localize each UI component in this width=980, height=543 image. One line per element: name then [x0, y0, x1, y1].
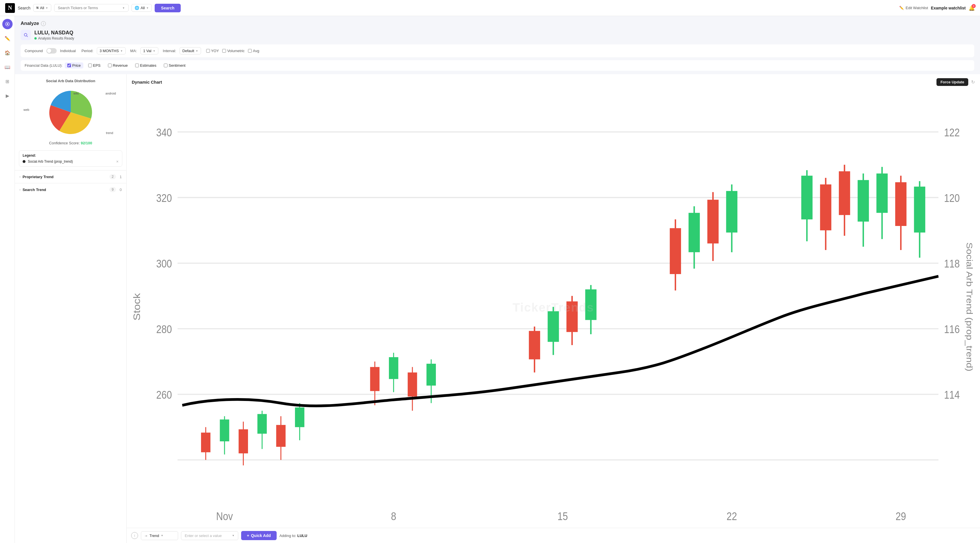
legend-title: Legend:	[22, 153, 119, 158]
page-header: Analyze i	[21, 21, 974, 26]
svg-rect-72	[876, 174, 888, 213]
eps-option[interactable]: EPS	[86, 62, 103, 68]
sidebar-item-play[interactable]: ▶	[2, 91, 13, 101]
notification-button[interactable]: 🔔 0	[969, 5, 975, 11]
filter-dropdown[interactable]: N All ▼	[33, 4, 51, 12]
confidence-value: 92/100	[81, 141, 92, 145]
svg-text:118: 118	[944, 258, 960, 270]
period-label: Period:	[82, 49, 93, 53]
chart-title: Dynamic Chart	[132, 80, 162, 84]
svg-rect-50	[547, 311, 559, 342]
status-dot	[34, 37, 37, 40]
svg-rect-62	[726, 191, 737, 232]
sidebar-item-grid[interactable]: ⊞	[2, 76, 13, 86]
proprietary-trend-num: 1	[120, 175, 122, 179]
edit-watchlist-button[interactable]: ✏️ Edit Watchlist	[899, 6, 928, 10]
ticker-name: LULU, NASDAQ	[34, 30, 74, 36]
svg-rect-28	[201, 433, 210, 452]
svg-rect-74	[895, 182, 907, 226]
proprietary-trend-chevron: ›	[19, 175, 21, 178]
svg-rect-44	[408, 373, 417, 397]
ma-label: MA:	[130, 49, 137, 53]
proprietary-trend-count: 2	[110, 174, 116, 179]
pie-chart	[45, 86, 97, 138]
dynamic-chart: 340 320 300 280 260 Stock 122 120 118 11…	[130, 88, 976, 525]
search-label: Search	[18, 6, 30, 10]
sidebar-item-book[interactable]: 📖	[2, 62, 13, 72]
ma-dropdown[interactable]: 1 Val ▼	[140, 47, 158, 54]
volumetric-checkbox[interactable]: Volumetric	[222, 49, 245, 53]
notification-badge: 0	[972, 4, 976, 8]
sidebar-item-edit[interactable]: ✏️	[2, 33, 13, 43]
legend-close-btn[interactable]: ×	[116, 159, 119, 164]
period-dropdown[interactable]: 3 MONTHS ▼	[97, 47, 126, 54]
legend-dot	[22, 160, 25, 163]
svg-rect-66	[820, 185, 831, 230]
svg-text:120: 120	[944, 192, 960, 204]
page-title: Analyze	[21, 21, 39, 26]
individual-label: Individual	[60, 49, 76, 53]
svg-rect-34	[258, 414, 267, 434]
ticker-icon	[21, 30, 31, 40]
svg-point-2	[24, 33, 27, 36]
globe-dropdown[interactable]: 🌐 All ▼	[132, 4, 152, 12]
svg-text:280: 280	[156, 323, 172, 336]
svg-rect-68	[839, 171, 850, 215]
example-watchlist-link[interactable]: Example watchlist	[931, 6, 966, 10]
bottom-bar: i → Trend ▼ Enter or select a value ▼ +	[127, 528, 980, 543]
estimates-option[interactable]: Estimates	[133, 62, 159, 68]
info-icon[interactable]: i	[41, 21, 46, 26]
force-update-button[interactable]: Force Update	[937, 78, 968, 86]
avg-checkbox[interactable]: Avg	[248, 49, 259, 53]
svg-rect-40	[370, 367, 379, 391]
search-trend-item[interactable]: › Search Trend 9 0	[15, 183, 126, 196]
proprietary-trend-name: Proprietary Trend	[22, 175, 107, 179]
svg-point-1	[6, 23, 8, 25]
svg-rect-42	[389, 357, 398, 379]
value-input[interactable]: Enter or select a value ▼	[181, 531, 238, 540]
svg-text:22: 22	[727, 510, 737, 523]
sidebar-item-home[interactable]: 🏠	[2, 48, 13, 58]
svg-text:Social Arb Trend (prop_trend): Social Arb Trend (prop_trend)	[965, 242, 974, 371]
app-logo: N	[5, 3, 15, 13]
compound-individual-toggle[interactable]	[46, 48, 57, 54]
compound-label: Compound	[25, 49, 43, 53]
svg-rect-38	[295, 408, 304, 427]
search-trend-chevron: ›	[19, 188, 21, 191]
proprietary-trend-item[interactable]: › Proprietary Trend 2 1	[15, 170, 126, 183]
svg-rect-48	[529, 331, 540, 359]
price-option[interactable]: Price	[65, 62, 83, 68]
pie-label-wiki: wiki	[73, 92, 79, 95]
search-input-wrap[interactable]: ▼	[54, 4, 129, 12]
refresh-icon[interactable]: ↻	[971, 79, 975, 85]
trend-select[interactable]: → Trend ▼	[141, 531, 178, 540]
revenue-option[interactable]: Revenue	[105, 62, 130, 68]
sidebar-item-analyze[interactable]	[2, 19, 13, 29]
svg-text:Stock: Stock	[132, 293, 142, 321]
search-input[interactable]	[58, 6, 122, 10]
yoy-checkbox[interactable]: YOY	[206, 49, 219, 53]
svg-text:122: 122	[944, 127, 960, 139]
search-trend-count: 9	[110, 187, 116, 192]
svg-text:300: 300	[156, 258, 172, 270]
pie-label-web: web	[24, 108, 29, 111]
search-button[interactable]: Search	[154, 4, 181, 12]
svg-text:29: 29	[896, 510, 906, 523]
bottom-info-icon[interactable]: i	[131, 532, 138, 539]
pie-label-trend: trend	[106, 131, 113, 135]
sentiment-option[interactable]: Sentiment	[161, 62, 188, 68]
legend-item-label: Social Arb Trend (prop_trend)	[28, 159, 114, 164]
svg-line-3	[27, 36, 28, 37]
quick-add-button[interactable]: + Quick Add	[241, 531, 277, 540]
svg-rect-76	[914, 187, 925, 232]
svg-text:114: 114	[944, 389, 960, 401]
svg-rect-52	[566, 301, 578, 332]
pie-label-android: android	[105, 92, 116, 95]
svg-rect-70	[858, 180, 869, 222]
svg-text:340: 340	[156, 127, 172, 139]
svg-text:260: 260	[156, 389, 172, 401]
svg-text:320: 320	[156, 192, 172, 204]
pie-chart-title: Social Arb Data Distribution	[19, 79, 122, 83]
interval-dropdown[interactable]: Default ▼	[180, 47, 201, 54]
adding-to-label: Adding to: LULU	[280, 533, 307, 538]
